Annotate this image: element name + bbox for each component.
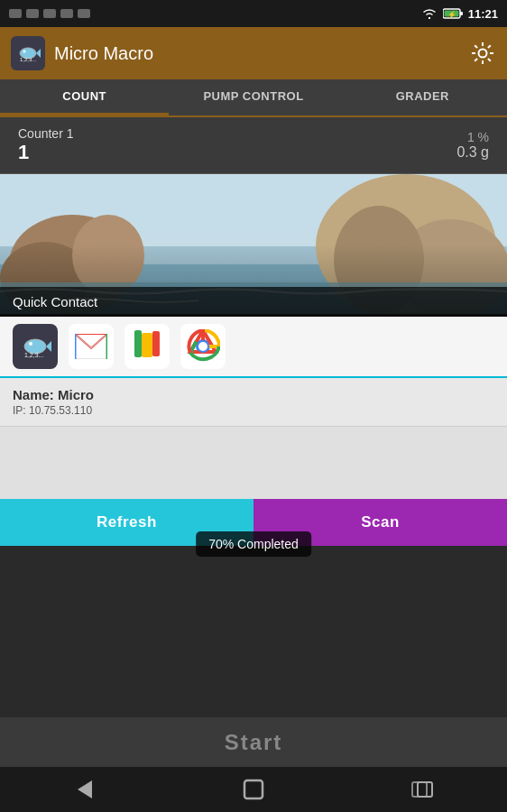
nav-bar (0, 767, 507, 812)
svg-text:1,2,3...: 1,2,3... (24, 352, 43, 358)
status-icons-right: ⚡ 11:21 (421, 7, 498, 21)
quick-contact-label: Quick Contact (13, 294, 97, 309)
gmail-app-icon[interactable] (69, 324, 114, 369)
progress-tooltip: 70% Completed (196, 531, 311, 557)
device-name: Name: Micro (13, 387, 494, 402)
tab-grader[interactable]: GRADER (338, 79, 507, 115)
gmail-icon (75, 334, 107, 359)
app-bar-left: 1,2,3... Micro Macro (11, 36, 153, 70)
maps-app-icon[interactable] (124, 324, 170, 369)
maps-icon (131, 330, 163, 363)
app-logo: 1,2,3... (11, 36, 45, 70)
back-button[interactable] (71, 776, 98, 803)
fish-icon: 1,2,3... (15, 43, 41, 63)
chrome-app-icon[interactable] (180, 324, 226, 369)
status-bar: ⚡ 11:21 (0, 0, 507, 27)
phone-icon (43, 9, 56, 18)
tab-count[interactable]: COUNT (0, 79, 169, 115)
start-label[interactable]: Start (225, 730, 283, 755)
device-info: Name: Micro IP: 10.75.53.110 (0, 378, 507, 427)
empty-area (0, 427, 507, 499)
home-button[interactable] (240, 776, 267, 803)
notification-icon (9, 9, 22, 18)
device-ip: IP: 10.75.53.110 (13, 404, 494, 417)
start-area[interactable]: Start (0, 717, 507, 767)
battery-icon: ⚡ (443, 7, 463, 20)
svg-point-46 (198, 342, 207, 351)
svg-line-14 (488, 59, 491, 61)
dark-spacer: 70% Completed (0, 546, 507, 654)
svg-line-13 (475, 45, 477, 48)
app-icons-row: 1,2,3... (0, 317, 507, 378)
counter-weight: 0.3 g (456, 144, 489, 161)
svg-point-6 (23, 51, 26, 53)
svg-marker-47 (78, 780, 92, 798)
svg-point-29 (29, 342, 32, 346)
svg-text:1,2,3...: 1,2,3... (20, 57, 37, 62)
camera-icon (60, 9, 73, 18)
svg-rect-1 (460, 12, 463, 15)
app-title: Micro Macro (54, 43, 153, 64)
counter-value: 1 (18, 141, 73, 164)
app-bar: 1,2,3... Micro Macro (0, 27, 507, 79)
svg-rect-41 (152, 331, 160, 356)
quick-contact-bar: Quick Contact (0, 287, 507, 317)
fish-app-icon: 1,2,3... (19, 334, 51, 359)
svg-rect-50 (418, 782, 432, 797)
svg-marker-5 (36, 49, 41, 58)
tab-bar: COUNT PUMP CONTROL GRADER (0, 79, 507, 117)
status-time: 11:21 (468, 7, 498, 21)
wifi-icon (421, 7, 438, 20)
svg-rect-39 (134, 330, 142, 357)
svg-rect-48 (244, 780, 263, 798)
tab-pump-control[interactable]: PUMP CONTROL (169, 79, 337, 115)
counter-label: Counter 1 (18, 126, 73, 141)
music-icon (78, 9, 90, 18)
recents-button[interactable] (409, 776, 436, 803)
svg-point-8 (479, 50, 487, 58)
svg-rect-40 (142, 333, 152, 357)
status-icons-left (9, 9, 90, 18)
micromacro-app-icon[interactable]: 1,2,3... (13, 324, 58, 369)
svg-marker-28 (46, 341, 51, 352)
sim-icon (26, 9, 39, 18)
svg-rect-49 (412, 782, 427, 797)
gear-icon[interactable] (469, 40, 496, 67)
counter-percent: 1 % (456, 130, 489, 144)
svg-line-15 (488, 45, 491, 48)
svg-text:⚡: ⚡ (447, 10, 456, 19)
counter-row: Counter 1 1 1 % 0.3 g (0, 117, 507, 174)
chrome-icon (186, 329, 220, 364)
svg-line-16 (475, 59, 477, 61)
